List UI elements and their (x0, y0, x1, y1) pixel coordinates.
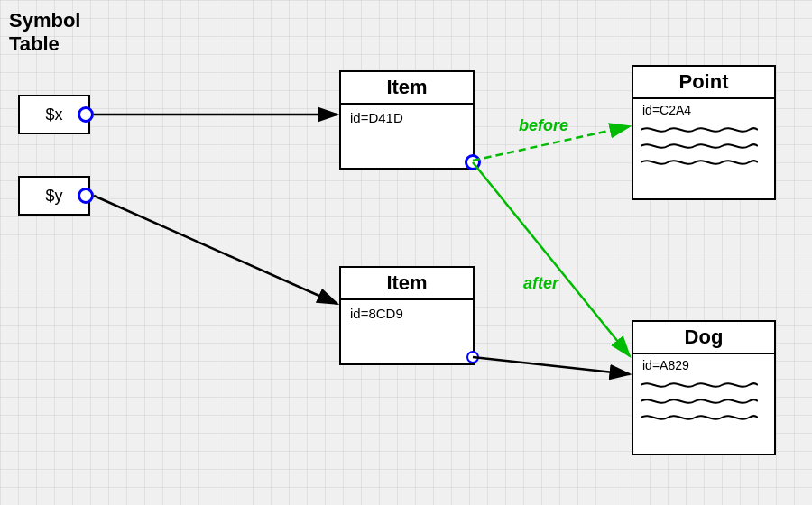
symbol-label-y: $y (45, 187, 62, 206)
dot-item2-ptr (466, 351, 479, 363)
symbol-label-x: $x (45, 106, 62, 124)
dog-wavy-2 (641, 396, 758, 407)
before-label: before (519, 116, 568, 134)
dot-item1-ptr (465, 154, 481, 170)
arrow-item2-dog (473, 357, 630, 374)
point-title: Point (633, 67, 774, 99)
arrow-item1-point (473, 126, 630, 161)
title: Symbol Table (9, 9, 80, 57)
dot-x (78, 106, 94, 123)
wavy-3 (641, 157, 758, 168)
point-id: id=C2A4 (633, 99, 774, 121)
item-id-2: id=8CD9 (341, 300, 473, 326)
item-box-2: Item id=8CD9 (339, 266, 475, 365)
point-box: Point id=C2A4 (632, 65, 776, 200)
dog-box: Dog id=A829 (632, 320, 776, 455)
dog-wavy-1 (641, 380, 758, 390)
wavy-2 (641, 141, 758, 152)
item-title-2: Item (341, 268, 473, 300)
item-box-1: Item id=D41D (339, 70, 475, 170)
item-title-1: Item (341, 72, 473, 105)
wavy-1 (641, 124, 758, 135)
arrow-y-item2 (94, 196, 337, 304)
dog-title: Dog (633, 322, 774, 354)
point-wavy (633, 121, 774, 171)
after-label: after (523, 274, 559, 292)
dot-y (78, 188, 94, 204)
dog-id: id=A829 (633, 354, 774, 376)
item-id-1: id=D41D (341, 105, 473, 131)
dog-wavy (633, 376, 774, 427)
arrow-item1-dog (473, 162, 630, 356)
dog-wavy-3 (641, 412, 758, 423)
